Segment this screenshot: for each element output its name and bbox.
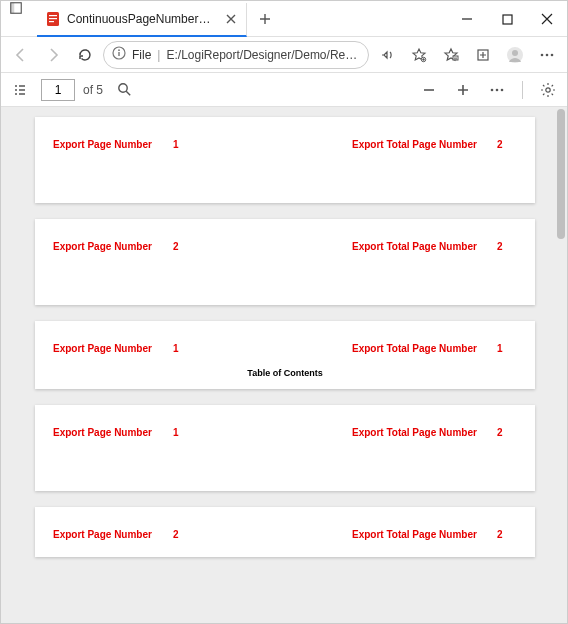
vertical-scrollbar[interactable]: [555, 107, 567, 623]
export-page-number-label: Export Page Number: [53, 241, 173, 252]
pdf-page: Export Page Number 1 Export Total Page N…: [35, 321, 535, 389]
page-header-row: Export Page Number 1 Export Total Page N…: [53, 427, 517, 438]
browser-address-bar: File | E:/LogiReport/Designer/Demo/Repor…: [1, 37, 567, 73]
refresh-button[interactable]: [71, 41, 99, 69]
add-favorite-icon[interactable]: [405, 41, 433, 69]
export-page-number-value: 2: [173, 529, 243, 540]
svg-rect-5: [49, 21, 54, 22]
pdf-page: Export Page Number 2 Export Total Page N…: [35, 219, 535, 305]
favorites-icon[interactable]: [437, 41, 465, 69]
addrbar-right-icons: [373, 41, 561, 69]
export-total-page-number-label: Export Total Page Number: [352, 427, 497, 438]
svg-point-22: [546, 87, 550, 91]
page-header-row: Export Page Number 2 Export Total Page N…: [53, 241, 517, 252]
svg-point-17: [551, 53, 554, 56]
url-divider: |: [157, 48, 160, 62]
url-input[interactable]: File | E:/LogiReport/Designer/Demo/Repor…: [103, 41, 369, 69]
pdf-page: Export Page Number 1 Export Total Page N…: [35, 405, 535, 491]
toolbar-divider: [522, 81, 523, 99]
more-icon[interactable]: [533, 41, 561, 69]
url-text: E:/LogiReport/Designer/Demo/Reports/Tuto…: [166, 48, 360, 62]
export-total-page-number-label: Export Total Page Number: [352, 343, 497, 354]
tab-actions-icon[interactable]: [1, 1, 31, 15]
svg-point-21: [501, 88, 504, 91]
collections-icon[interactable]: [469, 41, 497, 69]
zoom-out-button[interactable]: [416, 77, 442, 103]
pdf-page: Export Page Number 2 Export Total Page N…: [35, 507, 535, 557]
browser-titlebar: ContinuousPageNumberWithTO: [1, 1, 567, 37]
pdf-page: Export Page Number 1 Export Total Page N…: [35, 117, 535, 203]
export-page-number-label: Export Page Number: [53, 343, 173, 354]
export-total-page-number-value: 1: [497, 343, 517, 354]
info-icon: [112, 46, 126, 63]
pdf-scroll-area[interactable]: Export Page Number 1 Export Total Page N…: [1, 107, 555, 623]
pdf-viewport: Export Page Number 1 Export Total Page N…: [1, 107, 567, 623]
export-page-number-label: Export Page Number: [53, 139, 173, 150]
svg-point-19: [491, 88, 494, 91]
svg-point-20: [496, 88, 499, 91]
svg-rect-3: [49, 15, 57, 16]
table-of-contents-label: Table of Contents: [53, 368, 517, 378]
zoom-in-button[interactable]: [450, 77, 476, 103]
page-count-label: of 5: [83, 83, 103, 97]
forward-button[interactable]: [39, 41, 67, 69]
export-total-page-number-value: 2: [497, 139, 517, 150]
read-aloud-icon[interactable]: [373, 41, 401, 69]
pdf-toolbar: of 5: [1, 73, 567, 107]
close-icon[interactable]: [224, 12, 238, 26]
svg-rect-4: [49, 18, 57, 19]
page-header-row: Export Page Number 2 Export Total Page N…: [53, 529, 517, 540]
page-header-row: Export Page Number 1 Export Total Page N…: [53, 139, 517, 150]
settings-icon[interactable]: [535, 77, 561, 103]
window-controls: [447, 1, 567, 37]
export-total-page-number-label: Export Total Page Number: [352, 139, 497, 150]
export-page-number-label: Export Page Number: [53, 427, 173, 438]
back-button[interactable]: [7, 41, 35, 69]
export-page-number-value: 1: [173, 343, 243, 354]
export-total-page-number-value: 2: [497, 241, 517, 252]
svg-rect-1: [11, 3, 15, 14]
profile-icon[interactable]: [501, 41, 529, 69]
export-page-number-label: Export Page Number: [53, 529, 173, 540]
browser-tab[interactable]: ContinuousPageNumberWithTO: [37, 3, 247, 37]
svg-point-18: [118, 84, 126, 92]
maximize-button[interactable]: [487, 1, 527, 37]
export-total-page-number-value: 2: [497, 427, 517, 438]
export-page-number-value: 2: [173, 241, 243, 252]
pdf-icon: [45, 11, 61, 27]
contents-icon[interactable]: [7, 77, 33, 103]
svg-point-8: [118, 49, 120, 51]
svg-point-15: [541, 53, 544, 56]
minimize-button[interactable]: [447, 1, 487, 37]
page-header-row: Export Page Number 1 Export Total Page N…: [53, 343, 517, 354]
export-total-page-number-label: Export Total Page Number: [352, 529, 497, 540]
export-page-number-value: 1: [173, 427, 243, 438]
pdf-more-icon[interactable]: [484, 77, 510, 103]
close-window-button[interactable]: [527, 1, 567, 37]
tab-title: ContinuousPageNumberWithTO: [67, 12, 218, 26]
export-page-number-value: 1: [173, 139, 243, 150]
export-total-page-number-value: 2: [497, 529, 517, 540]
page-number-input[interactable]: [41, 79, 75, 101]
svg-rect-9: [118, 52, 119, 56]
search-icon[interactable]: [111, 77, 137, 103]
svg-rect-6: [503, 15, 512, 24]
scrollbar-thumb[interactable]: [557, 109, 565, 239]
export-total-page-number-label: Export Total Page Number: [352, 241, 497, 252]
svg-point-14: [512, 50, 518, 56]
file-label: File: [132, 48, 151, 62]
new-tab-button[interactable]: [251, 5, 279, 33]
svg-point-16: [546, 53, 549, 56]
